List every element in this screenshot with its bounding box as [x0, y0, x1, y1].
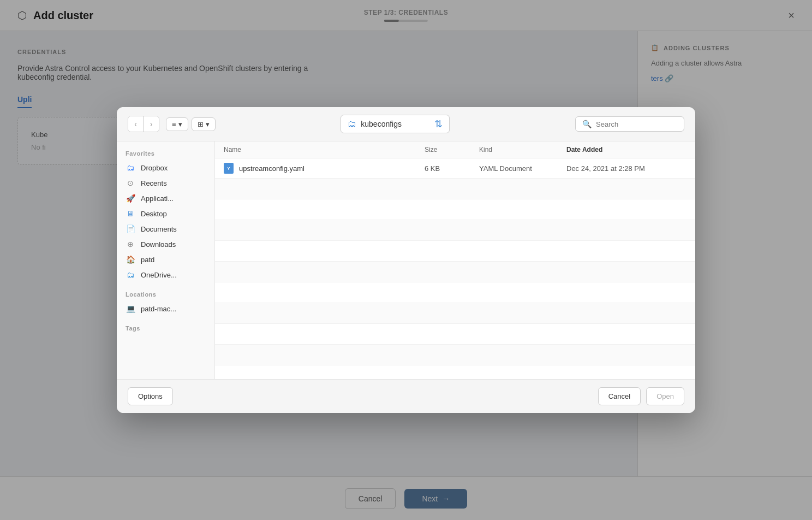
- sidebar-item-recents[interactable]: ⊙ Recents: [117, 175, 214, 191]
- col-date-added: Date Added: [566, 146, 686, 153]
- folder-icon: 🗂: [348, 119, 356, 129]
- sidebar-item-recents-label: Recents: [141, 179, 167, 187]
- nav-buttons: ‹ ›: [128, 116, 159, 132]
- dropbox-icon: 🗂: [126, 163, 135, 172]
- file-size: 6 KB: [425, 164, 479, 173]
- recents-icon: ⊙: [126, 179, 135, 187]
- col-kind: Kind: [479, 146, 566, 153]
- grid-view-chevron: ▾: [206, 120, 210, 128]
- back-button[interactable]: ‹: [128, 116, 144, 132]
- list-view-icon: ≡: [172, 120, 176, 128]
- picker-toolbar: ‹ › ≡ ▾ ⊞ ▾ 🗂 kubeconfigs ⇅: [117, 107, 695, 141]
- file-date-added: Dec 24, 2021 at 2:28 PM: [566, 164, 686, 173]
- picker-body: Favorites 🗂 Dropbox ⊙ Recents 🚀 Applicat…: [117, 141, 695, 379]
- sidebar-item-onedrive[interactable]: 🗂 OneDrive...: [117, 267, 214, 282]
- empty-row-1: [215, 179, 695, 199]
- location-pill[interactable]: 🗂 kubeconfigs ⇅: [341, 115, 450, 133]
- empty-row-5: [215, 262, 695, 282]
- picker-cancel-button[interactable]: Cancel: [598, 387, 641, 405]
- location-up-down-icon: ⇅: [434, 118, 443, 130]
- picker-file-list: Name Size Kind Date Added Y upstreamconf…: [215, 141, 695, 379]
- tags-label: Tags: [117, 325, 214, 335]
- file-name: upstreamconfig.yaml: [239, 164, 304, 173]
- col-name: Name: [224, 146, 425, 153]
- modal-overlay: ‹ › ≡ ▾ ⊞ ▾ 🗂 kubeconfigs ⇅: [0, 0, 812, 520]
- list-view-chevron: ▾: [178, 120, 182, 128]
- sidebar-item-patd-mac-label: patd-mac...: [141, 305, 176, 313]
- sidebar-item-downloads-label: Downloads: [141, 240, 176, 249]
- empty-row-6: [215, 282, 695, 303]
- sidebar-item-patd-label: patd: [141, 256, 154, 264]
- tags-section: Tags: [117, 325, 214, 335]
- favorites-label: Favorites: [117, 150, 214, 160]
- location-bar: 🗂 kubeconfigs ⇅: [222, 115, 569, 133]
- picker-open-button[interactable]: Open: [646, 387, 684, 405]
- file-name-cell: Y upstreamconfig.yaml: [224, 163, 425, 174]
- downloads-icon: ⊕: [126, 240, 135, 249]
- sidebar-item-applications-label: Applicati...: [141, 194, 174, 203]
- sidebar-item-documents[interactable]: 📄 Documents: [117, 221, 214, 237]
- sidebar-item-patd[interactable]: 🏠 patd: [117, 252, 214, 267]
- desktop-icon: 🖥: [126, 209, 135, 218]
- onedrive-icon: 🗂: [126, 270, 135, 279]
- picker-sidebar: Favorites 🗂 Dropbox ⊙ Recents 🚀 Applicat…: [117, 141, 215, 379]
- footer-right-buttons: Cancel Open: [598, 387, 684, 405]
- sidebar-item-desktop-label: Desktop: [141, 210, 167, 218]
- empty-row-8: [215, 324, 695, 345]
- computer-icon: 💻: [126, 304, 135, 313]
- file-picker-dialog: ‹ › ≡ ▾ ⊞ ▾ 🗂 kubeconfigs ⇅: [117, 107, 695, 413]
- locations-section: Locations 💻 patd-mac...: [117, 291, 214, 316]
- empty-row-4: [215, 241, 695, 262]
- patd-icon: 🏠: [126, 255, 135, 264]
- view-buttons: ≡ ▾ ⊞ ▾: [166, 117, 216, 131]
- empty-row-10: [215, 365, 695, 379]
- empty-row-2: [215, 199, 695, 220]
- sidebar-item-desktop[interactable]: 🖥 Desktop: [117, 206, 214, 221]
- list-view-button[interactable]: ≡ ▾: [166, 117, 188, 131]
- sidebar-item-dropbox-label: Dropbox: [141, 164, 168, 172]
- sidebar-item-downloads[interactable]: ⊕ Downloads: [117, 237, 214, 252]
- search-bar: 🔍: [575, 116, 684, 132]
- file-kind: YAML Document: [479, 164, 566, 173]
- sidebar-item-documents-label: Documents: [141, 225, 177, 233]
- col-size: Size: [425, 146, 479, 153]
- options-button[interactable]: Options: [128, 387, 173, 405]
- sidebar-item-applications[interactable]: 🚀 Applicati...: [117, 191, 214, 206]
- search-icon: 🔍: [582, 120, 592, 128]
- locations-label: Locations: [117, 291, 214, 301]
- search-input[interactable]: [596, 120, 672, 128]
- sidebar-item-dropbox[interactable]: 🗂 Dropbox: [117, 160, 214, 175]
- documents-icon: 📄: [126, 224, 135, 233]
- applications-icon: 🚀: [126, 194, 135, 203]
- yaml-file-icon: Y: [224, 163, 234, 174]
- sidebar-item-patd-mac[interactable]: 💻 patd-mac...: [117, 301, 214, 316]
- location-name: kubeconfigs: [361, 120, 430, 128]
- file-row-upstreamconfig[interactable]: Y upstreamconfig.yaml 6 KB YAML Document…: [215, 158, 695, 179]
- grid-view-icon: ⊞: [198, 120, 204, 128]
- grid-view-button[interactable]: ⊞ ▾: [192, 117, 216, 131]
- filelist-header: Name Size Kind Date Added: [215, 141, 695, 158]
- sidebar-item-onedrive-label: OneDrive...: [141, 271, 177, 279]
- picker-footer: Options Cancel Open: [117, 379, 695, 413]
- forward-button[interactable]: ›: [144, 116, 159, 132]
- empty-row-7: [215, 303, 695, 324]
- empty-row-3: [215, 220, 695, 241]
- empty-row-9: [215, 345, 695, 365]
